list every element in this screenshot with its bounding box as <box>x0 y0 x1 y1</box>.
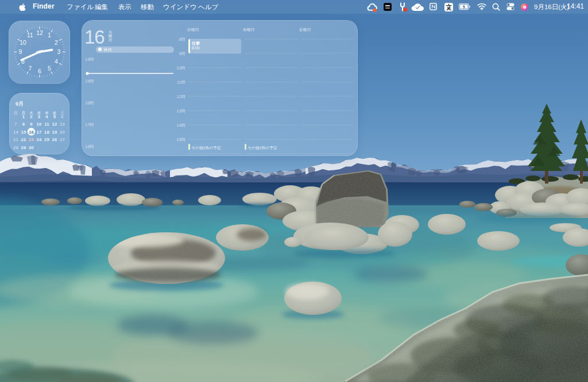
svg-text:9月: 9月 <box>16 101 24 107</box>
svg-text:18: 18 <box>44 130 49 135</box>
svg-text:6: 6 <box>38 68 41 75</box>
svg-text:29: 29 <box>21 145 26 150</box>
svg-text:10: 10 <box>37 122 42 127</box>
svg-text:26: 26 <box>52 137 57 142</box>
svg-text:9: 9 <box>19 48 22 55</box>
svg-text:20: 20 <box>60 130 65 135</box>
svg-text:16: 16 <box>29 130 34 135</box>
svg-text:7: 7 <box>14 122 17 127</box>
svg-text:4: 4 <box>55 58 58 65</box>
svg-text:30: 30 <box>29 145 34 150</box>
svg-text:14: 14 <box>13 130 18 135</box>
svg-text:21: 21 <box>13 137 18 142</box>
svg-text:24: 24 <box>37 137 42 142</box>
svg-text:4: 4 <box>45 114 48 119</box>
svg-text:2: 2 <box>30 114 33 119</box>
svg-text:23: 23 <box>29 137 34 142</box>
svg-text:1: 1 <box>48 32 51 38</box>
svg-text:3: 3 <box>57 48 61 55</box>
svg-text:28: 28 <box>13 145 18 150</box>
svg-text:6: 6 <box>61 114 64 119</box>
svg-text:8: 8 <box>22 122 25 127</box>
svg-text:13: 13 <box>60 122 65 127</box>
svg-text:5: 5 <box>48 65 51 72</box>
svg-text:1: 1 <box>22 114 25 119</box>
svg-text:2: 2 <box>55 39 58 46</box>
svg-text:10: 10 <box>20 39 26 46</box>
svg-text:7: 7 <box>28 65 32 72</box>
svg-text:12: 12 <box>36 29 43 36</box>
svg-text:3: 3 <box>38 114 41 119</box>
svg-text:22: 22 <box>21 137 26 142</box>
svg-text:27: 27 <box>60 137 65 142</box>
svg-text:日: 日 <box>14 111 18 115</box>
svg-text:11: 11 <box>27 32 33 38</box>
svg-text:25: 25 <box>44 137 49 142</box>
svg-text:15: 15 <box>21 130 26 135</box>
svg-text:12: 12 <box>52 122 57 127</box>
svg-text:19: 19 <box>52 130 57 135</box>
svg-text:9: 9 <box>30 122 33 127</box>
svg-text:17: 17 <box>37 130 42 135</box>
svg-text:11: 11 <box>44 122 49 127</box>
svg-text:5: 5 <box>53 114 56 119</box>
